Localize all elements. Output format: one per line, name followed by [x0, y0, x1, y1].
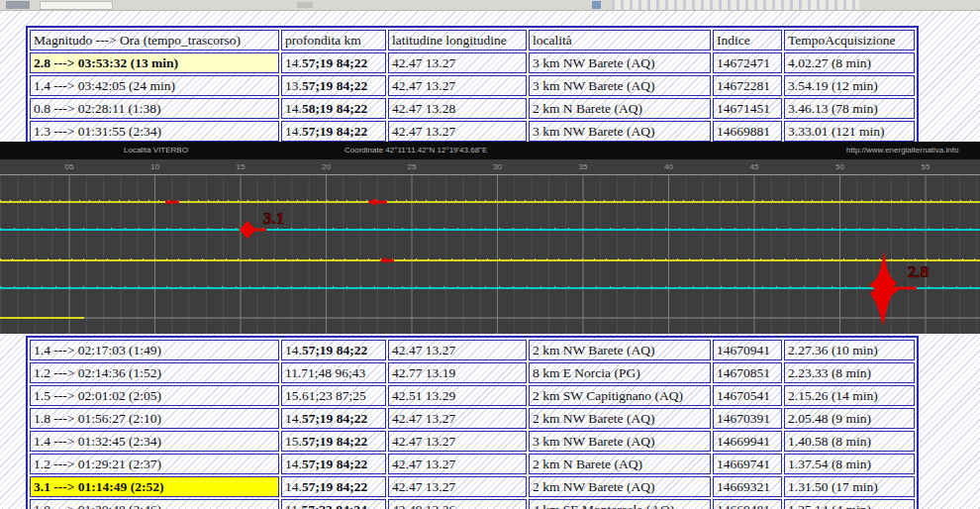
header-tempo-acquisizione: TempoAcquisizione	[784, 30, 915, 51]
cell-localita: 2 km NW Barete (AQ)	[529, 408, 711, 429]
header-indice: Indice	[713, 30, 782, 51]
table-row: 1.4 ---> 03:42:05 (24 min)13.57;19 84;22…	[30, 75, 915, 96]
header-magnitudo-ora: Magnitudo ---> Ora (tempo_trascorso)	[30, 30, 279, 51]
clipped-window-fragment	[297, 2, 313, 8]
cell-latitudine-longitudine: 42.47 13.27	[388, 431, 527, 452]
cell-magnitudo-ora: 0.8 ---> 02:28:11 (1:38)	[30, 98, 279, 119]
cell-latitudine-longitudine: 42.47 13.27	[388, 75, 527, 96]
timeline-tick-label: 30	[493, 162, 502, 171]
cell-localita: 3 km NW Barete (AQ)	[529, 52, 711, 73]
event-mark-small-2	[375, 201, 387, 204]
clipped-window-fragment	[612, 0, 859, 10]
cell-tempo-acquisizione: 3.54.19 (12 min)	[784, 75, 915, 96]
cell-localita: 3 km NW Barete (AQ)	[529, 431, 711, 452]
cell-latitudine-longitudine: 42.49 13.26	[388, 499, 527, 509]
cell-localita: 2 km NW Barete (AQ)	[529, 476, 711, 497]
event-marker-3-1-diamond	[240, 221, 256, 239]
table-row: 2.8 ---> 03:53:32 (13 min)14.57;19 84;22…	[30, 52, 915, 73]
cell-localita: 2 km NW Barete (AQ)	[529, 340, 711, 360]
table-row: 1.3 ---> 01:31:55 (2:34)14.57;19 84;2242…	[30, 121, 915, 142]
clipped-window-fragment	[592, 1, 601, 9]
seismograph-header-bar: Località VITERBO Coordinate 42°11'11.42"…	[0, 142, 980, 159]
seismograph-panel: Località VITERBO Coordinate 42°11'11.42"…	[0, 142, 980, 334]
cell-indice: 14672281	[713, 75, 782, 96]
timeline-tick-label: 35	[579, 162, 588, 171]
cell-magnitudo-ora: 1.2 ---> 01:29:21 (2:37)	[30, 454, 279, 474]
earthquake-table-bottom: 1.4 ---> 02:17:03 (1:49)14.57;19 84;2242…	[26, 336, 919, 509]
cell-indice: 14670541	[713, 385, 782, 406]
event-marker-3-1-tail	[253, 229, 266, 232]
cell-localita: 2 km SW Capitignano (AQ)	[529, 385, 711, 406]
table-row: 1.0 ---> 01:20:48 (2:46)11.57;23 84;2442…	[30, 499, 915, 509]
cell-profondita: 14.57;19 84;22	[281, 52, 386, 73]
cell-tempo-acquisizione: 2.27.36 (10 min)	[784, 340, 915, 360]
earthquake-table-top: Magnitudo ---> Ora (tempo_trascorso) pro…	[26, 26, 919, 146]
source-url-label: http://www.energialternativa.info	[846, 146, 958, 154]
event-mark-small-1	[165, 201, 179, 204]
cell-indice: 14669881	[713, 121, 782, 142]
timeline-tick-label: 50	[835, 162, 844, 171]
cell-indice: 14670851	[713, 362, 782, 383]
clipped-background-window	[0, 0, 980, 11]
table-header-row: Magnitudo ---> Ora (tempo_trascorso) pro…	[30, 30, 915, 51]
cell-tempo-acquisizione: 3.33.01 (121 min)	[784, 121, 915, 142]
cell-localita: 2 km N Barete (AQ)	[529, 98, 711, 119]
cell-latitudine-longitudine: 42.51 13.29	[388, 385, 527, 406]
cell-localita: 3 km NW Barete (AQ)	[529, 75, 711, 96]
cell-tempo-acquisizione: 4.02.27 (8 min)	[784, 52, 915, 73]
cell-latitudine-longitudine: 42.47 13.27	[388, 121, 527, 142]
cell-indice: 14669941	[713, 431, 782, 452]
table-row: 1.4 ---> 01:32:45 (2:34)15.57;19 84;2242…	[30, 431, 915, 452]
cell-magnitudo-ora: 1.4 ---> 02:17:03 (1:49)	[30, 340, 279, 360]
cell-latitudine-longitudine: 42.47 13.27	[388, 52, 527, 73]
cell-profondita: 14.57;19 84;22	[281, 454, 386, 474]
table-row: 1.5 ---> 02:01:02 (2:05)15.61;23 87;2542…	[30, 385, 915, 406]
table-row: 3.1 ---> 01:14:49 (2:52)14.57;19 84;2242…	[30, 476, 915, 497]
cell-tempo-acquisizione: 3.46.13 (78 min)	[784, 98, 915, 119]
event-magnitude-label-1: 3.1	[263, 209, 284, 228]
cell-magnitudo-ora: 1.0 ---> 01:20:48 (2:46)	[30, 499, 279, 509]
cell-tempo-acquisizione: 2.15.26 (14 min)	[784, 385, 915, 406]
cell-profondita: 14.57;19 84;22	[281, 476, 386, 497]
cell-latitudine-longitudine: 42.47 13.27	[388, 454, 527, 474]
cell-profondita: 14.58;19 84;22	[281, 98, 386, 119]
header-latitudine-longitudine: latitudine longitudine	[388, 30, 527, 51]
header-profondita: profondita km	[281, 30, 386, 51]
cell-localita: 2 km N Barete (AQ)	[529, 454, 711, 474]
cell-magnitudo-ora: 1.2 ---> 02:14:36 (1:52)	[30, 362, 279, 383]
timeline-tick-label: 20	[322, 162, 331, 171]
table-row: 1.2 ---> 01:29:21 (2:37)14.57;19 84;2242…	[30, 454, 915, 474]
cell-localita: 8 km E Norcia (PG)	[529, 362, 711, 383]
seismo-timeline: 0510152025303540455055	[0, 159, 980, 174]
table-row: 0.8 ---> 02:28:11 (1:38)14.58;19 84;2242…	[30, 98, 915, 119]
cell-tempo-acquisizione: 1.37.54 (8 min)	[784, 454, 915, 474]
cell-profondita: 14.57;19 84;22	[281, 408, 386, 429]
cell-latitudine-longitudine: 42.47 13.27	[388, 476, 527, 497]
cell-tempo-acquisizione: 2.05.48 (9 min)	[784, 408, 915, 429]
event-marker-2-8-tail	[891, 287, 917, 290]
clipped-window-fragment	[40, 1, 113, 10]
cell-magnitudo-ora: 3.1 ---> 01:14:49 (2:52)	[30, 476, 279, 497]
timeline-tick-label: 55	[922, 162, 931, 171]
cell-magnitudo-ora: 1.4 ---> 01:32:45 (2:34)	[30, 431, 279, 452]
timeline-tick-label: 45	[750, 162, 759, 171]
cell-profondita: 11.71;48 96;43	[281, 362, 386, 383]
timeline-tick-label: 10	[150, 162, 159, 171]
clipped-window-fragment	[6, 1, 30, 9]
coordinates-label: Coordinate 42°11'11.42"N 12°19'43.68"E	[344, 146, 487, 154]
cell-latitudine-longitudine: 42.47 13.28	[388, 98, 527, 119]
cell-profondita: 13.57;19 84;22	[281, 75, 386, 96]
event-mark-small-3	[385, 259, 394, 262]
seismic-report-page: Magnitudo ---> Ora (tempo_trascorso) pro…	[0, 0, 980, 509]
cell-profondita: 11.57;23 84;24	[281, 499, 386, 509]
cell-indice: 14672471	[713, 52, 782, 73]
seismogram-traces: 3.1 2.8	[0, 174, 980, 334]
cell-profondita: 15.61;23 87;25	[281, 385, 386, 406]
event-magnitude-label-2: 2.8	[908, 262, 929, 281]
cell-latitudine-longitudine: 42.47 13.27	[388, 408, 527, 429]
cell-tempo-acquisizione: 1.40.58 (8 min)	[784, 431, 915, 452]
cell-tempo-acquisizione: 1.25.14 (4 min)	[784, 499, 915, 509]
cell-latitudine-longitudine: 42.47 13.27	[388, 340, 527, 360]
cell-indice: 14670941	[713, 340, 782, 360]
cell-profondita: 14.57;19 84;22	[281, 340, 386, 360]
